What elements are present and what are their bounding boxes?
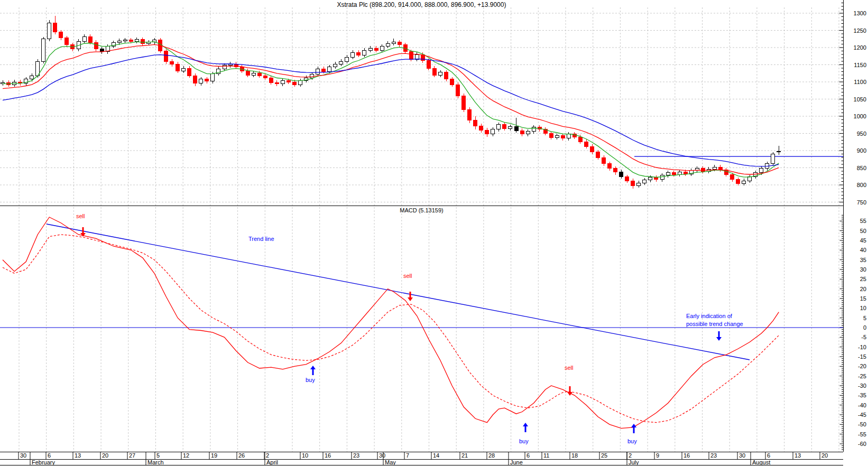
down-candle [543,127,547,136]
buy-label: buy [306,366,316,383]
up-candle [42,37,45,63]
down-candle [53,16,57,34]
buy-label-text: buy [627,438,637,444]
candle-body [701,169,705,171]
x-axis-day-label: 12 [183,452,189,459]
up-candle [1,80,5,86]
candle-body [328,67,331,71]
price-axis-label: 1250 [854,27,866,34]
buy-label-text: buy [306,377,315,383]
candle-body [386,43,390,46]
down-candle [479,124,483,133]
down-candle [468,107,472,123]
down-candle [462,94,466,112]
annotations: sellTrend linesellbuysellbuybuyEarly ind… [76,213,743,444]
candle-body [620,172,623,176]
down-candle [590,144,594,154]
up-candle [771,152,775,166]
black-candle [620,170,623,179]
up-candle [666,171,670,178]
candle-body [409,52,413,59]
candle-body [135,39,138,41]
x-axis-day-label: 27 [129,452,135,459]
candle-body [176,64,180,71]
candle-body [299,80,302,85]
down-candle [608,162,612,171]
buy-arrow-icon [631,424,636,433]
up-candle [147,40,151,45]
up-candle [392,39,395,45]
ma-line [3,44,779,174]
buy-label-text: buy [519,438,529,444]
x-axis-day-label: 25 [601,452,607,459]
x-axis-day-label: 30 [20,452,26,459]
x-axis-day-label: 13 [795,452,801,459]
macd-axis-label: 15 [860,295,866,302]
sell-arrow-icon [408,292,413,301]
candle-body [42,39,45,61]
trend-line-label-text: Trend line [248,236,274,242]
down-candle [631,179,635,188]
x-axis: 3061320275121926210162330714212861118252… [19,452,828,466]
early-indication-label: Early indication ofpossible trend change [686,313,743,341]
candle-body [310,74,314,78]
buy-arrow-icon [310,366,316,375]
down-candle [59,30,63,40]
macd-axis-label: -25 [858,373,866,379]
ma-mid-red [3,44,779,174]
candle-body [439,72,442,75]
up-candle [30,73,34,81]
x-axis-day-label: 30 [739,452,745,459]
stock-chart: Xstrata Plc (898.200, 914.000, 888.000, … [0,0,868,466]
x-axis-month-label: July [629,459,639,465]
down-candle [427,59,430,70]
candle-body [281,80,284,84]
candle-body [65,38,69,45]
up-candle [36,59,40,78]
price-axis-label: 950 [857,131,866,137]
candle-body [514,127,518,131]
macd-axis-label: 50 [860,228,866,234]
x-axis-day-label: 26 [238,452,245,459]
trend-line-label: Trend line [248,236,274,242]
up-candle [567,132,570,141]
macd-axis-label: -40 [858,402,866,408]
macd-axis-label: -15 [858,353,866,360]
down-candle [445,70,448,81]
up-candle [123,38,127,43]
early-indication-label-text: Early indication of [686,313,733,319]
down-candle [503,123,506,131]
candle-body [596,152,600,157]
up-candle [363,48,366,57]
candle-body [561,135,565,138]
x-axis-day-label: 2 [266,452,269,459]
down-candle [275,80,279,86]
candle-body [549,134,553,138]
x-axis-day-label: 18 [571,452,578,459]
candle-body [777,151,781,152]
candle-body [129,40,133,42]
x-axis-day-label: 6 [767,452,770,459]
macd-line [3,217,779,428]
x-axis-day-label: 23 [353,452,359,459]
price-axis-label: 900 [857,147,866,154]
macd-signal-line [3,235,779,423]
macd-axis-label: 40 [860,247,866,253]
up-candle [643,178,647,185]
candle-body [649,178,652,180]
down-candle [193,73,197,86]
candle-body [252,73,255,75]
down-candle [602,155,606,166]
macd-axis-label: -10 [858,344,866,350]
candle-body [555,135,559,137]
down-candle [141,38,144,46]
candle-body [211,73,215,81]
down-candle [94,40,98,51]
macd-axis-label: 45 [860,237,866,244]
x-axis-day-label: 9 [656,452,659,459]
price-axis-label: 750 [857,199,866,206]
candle-body [123,40,127,41]
down-candle [269,76,273,85]
x-axis-day-label: 6 [48,452,51,459]
up-candle [351,50,355,59]
